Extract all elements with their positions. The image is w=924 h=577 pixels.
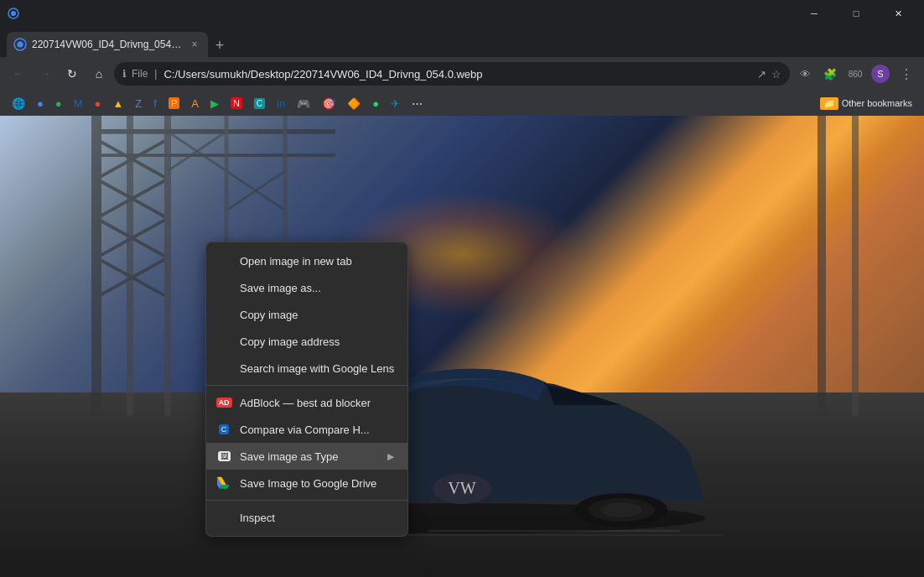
address-bar[interactable]: ℹ File | C:/Users/sumukh/Desktop/220714V… <box>114 62 790 86</box>
bookmark-item[interactable]: ▲ <box>107 94 128 112</box>
content-area: VW Open image in new tab Save image as..… <box>0 116 924 577</box>
svg-point-33 <box>600 502 642 517</box>
adblock-icon: AD <box>216 395 231 410</box>
compare-icon: C <box>216 422 231 437</box>
tab-title: 220714VW06_ID4_Drivng_054.0... <box>32 39 183 50</box>
file-protocol: File <box>132 68 148 80</box>
bookmark-item[interactable]: ⋯ <box>407 94 428 112</box>
copy-image-address-icon <box>216 334 231 349</box>
menu-item-copy-image-label: Copy image <box>240 309 394 321</box>
bookmark-item[interactable]: ● <box>50 94 67 112</box>
menu-item-save-drive-label: Save Image to Google Drive <box>240 477 394 490</box>
svg-point-1 <box>11 11 16 16</box>
home-button[interactable]: ⌂ <box>87 62 111 86</box>
bookmark-item[interactable]: ▶ <box>205 94 224 112</box>
menu-item-open-new-tab[interactable]: Open image in new tab <box>206 247 407 274</box>
save-image-as-icon <box>216 280 231 295</box>
lens-button[interactable]: 👁 <box>793 62 817 86</box>
bookmark-item[interactable]: in <box>272 94 290 112</box>
menu-item-search-lens-label: Search image with Google Lens <box>240 362 394 375</box>
menu-item-adblock[interactable]: AD AdBlock — best ad blocker <box>206 389 407 416</box>
profile-avatar[interactable]: S <box>869 62 892 86</box>
other-bookmarks-label: Other bookmarks <box>842 98 912 108</box>
bookmark-item[interactable]: Z <box>130 94 147 112</box>
bookmark-item[interactable]: 🎯 <box>317 94 340 112</box>
tab-close-button[interactable]: × <box>188 38 201 51</box>
inspect-icon <box>216 510 231 525</box>
bookmark-item[interactable]: 🌐 <box>7 94 30 112</box>
menu-item-save-image-as[interactable]: Save image as... <box>206 274 407 301</box>
close-button[interactable]: ✕ <box>879 0 917 27</box>
bookmark-item[interactable]: ● <box>32 94 49 112</box>
info-icon: ℹ <box>122 68 127 80</box>
tab-bar: 220714VW06_ID4_Drivng_054.0... × + <box>0 27 924 57</box>
share-icon: ↗ <box>757 68 766 81</box>
minimize-button[interactable]: ─ <box>795 0 833 27</box>
other-bookmarks[interactable]: 📁 Other bookmarks <box>815 94 917 112</box>
menu-separator-1 <box>206 385 407 386</box>
menu-item-inspect-label: Inspect <box>240 512 394 524</box>
menu-item-compare-label: Compare via Compare H... <box>240 424 394 436</box>
bookmark-item[interactable]: 🔶 <box>342 94 366 112</box>
menu-item-adblock-label: AdBlock — best ad blocker <box>240 397 394 409</box>
navigation-bar: ← → ↻ ⌂ ℹ File | C:/Users/sumukh/Desktop… <box>0 57 924 91</box>
back-button[interactable]: ← <box>7 62 30 86</box>
menu-separator-2 <box>206 500 407 501</box>
google-lens-icon <box>216 361 231 376</box>
copy-image-icon <box>216 307 231 322</box>
chrome-menu-button[interactable]: ⋮ <box>894 62 917 86</box>
menu-item-open-new-tab-label: Open image in new tab <box>240 255 394 268</box>
maximize-button[interactable]: □ <box>837 0 875 27</box>
bookmark-item[interactable]: ● <box>90 94 106 112</box>
menu-item-inspect[interactable]: Inspect <box>206 504 407 531</box>
bookmark-icon: ☆ <box>771 68 781 81</box>
open-new-tab-icon <box>216 253 231 268</box>
bookmark-item[interactable]: N <box>226 94 247 112</box>
tab-favicon <box>13 38 27 51</box>
context-menu: Open image in new tab Save image as... C… <box>205 242 408 537</box>
url-text: C:/Users/sumukh/Desktop/220714VW06_ID4_D… <box>164 68 749 81</box>
window-controls: ─ □ ✕ <box>795 0 917 27</box>
bookmark-item[interactable]: A <box>186 94 204 112</box>
svg-text:VW: VW <box>448 479 475 497</box>
other-bookmarks-folder-icon: 📁 <box>820 97 838 110</box>
title-bar: ─ □ ✕ <box>0 0 924 27</box>
bookmark-item[interactable]: C <box>249 94 270 112</box>
chrome-favicon <box>7 7 20 20</box>
save-image-type-icon: 🖼 <box>216 449 231 464</box>
reload-button[interactable]: ↻ <box>60 62 84 86</box>
bookmark-item[interactable]: f <box>148 94 162 112</box>
menu-item-copy-image-address[interactable]: Copy image address <box>206 328 407 355</box>
bookmark-item[interactable]: P <box>164 94 184 112</box>
counter-badge[interactable]: 860 <box>844 62 867 86</box>
nav-actions: 👁 🧩 860 S ⋮ <box>793 62 917 86</box>
menu-item-copy-image[interactable]: Copy image <box>206 301 407 328</box>
menu-item-copy-image-address-label: Copy image address <box>240 335 394 348</box>
menu-item-save-type-label: Save image as Type <box>240 450 376 463</box>
menu-item-compare[interactable]: C Compare via Compare H... <box>206 416 407 443</box>
separator-pipe: | <box>154 68 157 80</box>
submenu-arrow: ▶ <box>387 451 394 462</box>
extensions-button[interactable]: 🧩 <box>818 62 842 86</box>
bookmark-item[interactable]: 🎮 <box>292 94 315 112</box>
bookmark-item[interactable]: ● <box>367 94 384 112</box>
menu-item-save-image-type[interactable]: 🖼 Save image as Type ▶ <box>206 443 407 470</box>
google-drive-icon <box>216 476 231 491</box>
forward-button[interactable]: → <box>34 62 57 86</box>
active-tab[interactable]: 220714VW06_ID4_Drivng_054.0... × <box>7 32 208 57</box>
svg-point-3 <box>18 42 23 48</box>
new-tab-button[interactable]: + <box>208 34 231 57</box>
bookmark-item[interactable]: M <box>69 94 88 112</box>
bookmark-item[interactable]: ✈ <box>386 94 405 112</box>
menu-item-save-image-as-label: Save image as... <box>240 282 394 294</box>
menu-item-search-google-lens[interactable]: Search image with Google Lens <box>206 355 407 382</box>
bookmarks-bar: 🌐 ● ● M ● ▲ Z f P A ▶ N C in 🎮 🎯 🔶 ● ✈ ⋯… <box>0 91 924 116</box>
menu-item-save-google-drive[interactable]: Save Image to Google Drive <box>206 470 407 496</box>
